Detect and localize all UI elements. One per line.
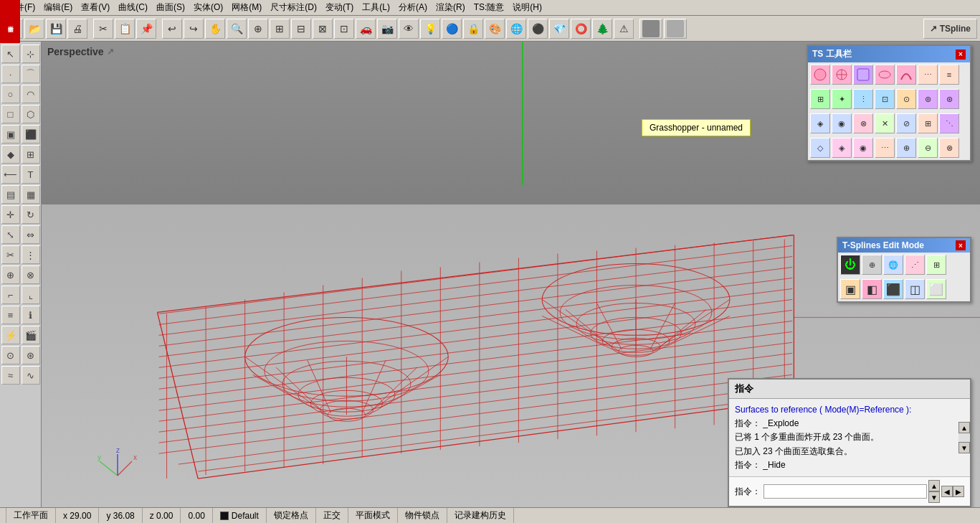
lt-poly[interactable]: ⬡ xyxy=(22,105,40,123)
ts-icon-26[interactable]: ⊕ xyxy=(896,138,916,158)
ts-edit-globe[interactable]: 🌐 xyxy=(883,255,903,275)
lt-mirror[interactable]: ⇔ xyxy=(22,225,40,244)
lt-mesh[interactable]: ⊞ xyxy=(22,145,40,164)
cmd-input-next[interactable]: ▶ xyxy=(953,486,964,497)
ts-edit-dots[interactable]: ⋰ xyxy=(905,255,925,275)
ts-icon-20[interactable]: ⊞ xyxy=(918,113,938,133)
lt-move[interactable]: ✛ xyxy=(1,205,20,224)
ts-icon-14[interactable]: ⊛ xyxy=(939,89,959,109)
ts-icon-4[interactable] xyxy=(875,65,895,85)
tspline-badge-btn[interactable]: ↗ TSpline xyxy=(923,19,977,39)
lt-dim[interactable]: ⟵ xyxy=(1,165,20,184)
menu-item-mesh[interactable]: 网格(M) xyxy=(227,1,266,14)
ts-edit-center[interactable]: ⊕ xyxy=(862,255,882,275)
tb-user2[interactable] xyxy=(664,19,687,39)
lt-misc3[interactable]: ≈ xyxy=(1,366,20,385)
tb-lock[interactable]: 🔒 xyxy=(463,19,483,39)
menu-item-transform[interactable]: 变动(T) xyxy=(321,1,358,14)
lt-select[interactable]: ↖ xyxy=(1,44,20,63)
tb-zoomsel[interactable]: ⊞ xyxy=(270,19,290,39)
menu-item-help[interactable]: 说明(H) xyxy=(508,1,546,14)
ts-icon-16[interactable]: ◉ xyxy=(832,113,852,133)
tb-globe[interactable]: 🌐 xyxy=(506,19,526,39)
ts-edit-power[interactable]: ⏻ xyxy=(840,255,860,275)
lt-hatch[interactable]: ▤ xyxy=(1,185,20,204)
tb-user1[interactable] xyxy=(639,19,662,39)
lt-render[interactable]: 🎬 xyxy=(22,326,40,344)
status-lock-grid[interactable]: 锁定格点 xyxy=(267,508,316,523)
menu-item-view[interactable]: 查看(V) xyxy=(77,1,114,14)
lt-misc4[interactable]: ∿ xyxy=(22,366,40,385)
lt-explode[interactable]: ⊗ xyxy=(22,265,40,284)
ts-toolbar-close[interactable]: × xyxy=(956,50,966,60)
lt-point[interactable]: · xyxy=(1,65,20,83)
lt-arc[interactable]: ◠ xyxy=(22,85,40,103)
ts-icon-27[interactable]: ⊖ xyxy=(918,138,938,158)
ts-icon-8[interactable]: ⊞ xyxy=(810,89,830,109)
lt-chamfer[interactable]: ⌞ xyxy=(22,286,40,304)
tb-save[interactable]: 💾 xyxy=(46,19,66,39)
tb-pan[interactable]: ✋ xyxy=(205,19,225,39)
lt-scale[interactable]: ⤡ xyxy=(1,225,20,244)
tb-ortho[interactable]: ⊡ xyxy=(334,19,354,39)
lt-solid[interactable]: ◆ xyxy=(1,145,20,164)
tb-warning[interactable]: ⚠ xyxy=(614,19,634,39)
command-input-field[interactable] xyxy=(763,484,927,499)
tb-dark[interactable]: ⚫ xyxy=(528,19,548,39)
ts-icon-24[interactable]: ◉ xyxy=(853,138,873,158)
menu-item-tools[interactable]: 工具(L) xyxy=(358,1,394,14)
menu-item-dimension[interactable]: 尺寸标注(D) xyxy=(266,1,321,14)
lt-misc1[interactable]: ⊙ xyxy=(1,346,20,364)
cmd-input-prev[interactable]: ◀ xyxy=(941,486,953,497)
tb-diamond[interactable]: 💎 xyxy=(549,19,569,39)
ts-icon-15[interactable]: ◈ xyxy=(810,113,830,133)
tb-light[interactable]: 💡 xyxy=(420,19,440,39)
lt-rotate[interactable]: ↻ xyxy=(22,205,40,224)
ts-icon-11[interactable]: ⊡ xyxy=(875,89,895,109)
lt-block[interactable]: ▦ xyxy=(22,185,40,204)
ts-edit-plus[interactable]: ⊞ xyxy=(926,255,946,275)
ts-icon-2[interactable] xyxy=(832,65,852,85)
ts-icon-13[interactable]: ⊚ xyxy=(918,89,938,109)
lt-misc2[interactable]: ⊛ xyxy=(22,346,40,364)
menu-item-curve[interactable]: 曲线(C) xyxy=(114,1,152,14)
lt-text[interactable]: T xyxy=(22,165,40,184)
ts-icon-6[interactable]: ⋯ xyxy=(918,65,938,85)
tb-circle[interactable]: ⭕ xyxy=(571,19,591,39)
menu-item-edit[interactable]: 编辑(E) xyxy=(39,1,77,14)
cmd-input-down[interactable]: ▼ xyxy=(928,491,940,503)
tb-copy[interactable]: 📋 xyxy=(115,19,135,39)
viewport[interactable]: Perspective ↗ Grasshopper - unnamed x y … xyxy=(42,42,980,507)
status-plane-mode[interactable]: 平面模式 xyxy=(348,508,398,523)
lt-props[interactable]: ℹ xyxy=(22,306,40,324)
ts-icon-28[interactable]: ⊗ xyxy=(939,138,959,158)
lt-rect[interactable]: □ xyxy=(1,105,20,123)
ts-edit-cube2[interactable]: ◧ xyxy=(862,279,882,299)
ts-icon-10[interactable]: ⋮ xyxy=(853,89,873,109)
status-object-snap[interactable]: 物件锁点 xyxy=(398,508,447,523)
ts-icon-12[interactable]: ⊙ xyxy=(896,89,916,109)
tb-cut[interactable]: ✂ xyxy=(93,19,113,39)
lt-snap-toggle[interactable]: ⚡ xyxy=(1,326,20,344)
ts-icon-7[interactable]: ≡ xyxy=(939,65,959,85)
ts-icon-23[interactable]: ◈ xyxy=(832,138,852,158)
lt-curve[interactable]: ⌒ xyxy=(22,65,40,83)
tb-grid[interactable]: ⊟ xyxy=(291,19,311,39)
lt-join[interactable]: ⊕ xyxy=(1,265,20,284)
ts-edit-cube4[interactable]: ◫ xyxy=(905,279,925,299)
status-record-history[interactable]: 记录建构历史 xyxy=(447,508,514,523)
tb-print[interactable]: 🖨 xyxy=(67,19,87,39)
menu-item-analysis[interactable]: 分析(A) xyxy=(394,1,432,14)
lt-select2[interactable]: ⊹ xyxy=(22,44,40,63)
tb-paste[interactable]: 📌 xyxy=(136,19,156,39)
ts-icon-9[interactable]: ✦ xyxy=(832,89,852,109)
tb-camera[interactable]: 📷 xyxy=(377,19,397,39)
command-scrollbar[interactable]: ▲ ▼ xyxy=(958,422,970,453)
ts-icon-3[interactable] xyxy=(853,65,873,85)
tb-open[interactable]: 📂 xyxy=(24,19,44,39)
ts-icon-22[interactable]: ◇ xyxy=(810,138,830,158)
tb-car[interactable]: 🚗 xyxy=(356,19,376,39)
tb-redo[interactable]: ↪ xyxy=(184,19,204,39)
lt-layer[interactable]: ≡ xyxy=(1,306,20,324)
ts-icon-25[interactable]: ⋯ xyxy=(875,138,895,158)
